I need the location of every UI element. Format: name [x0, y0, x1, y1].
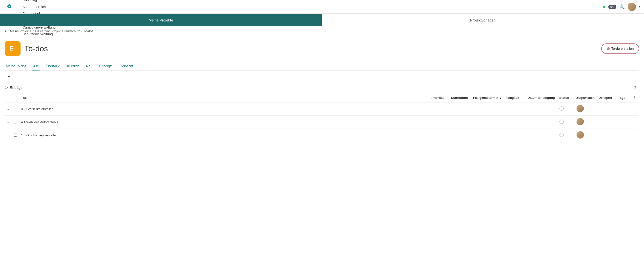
th-status[interactable]: Status [558, 93, 574, 102]
main-tab-meine-projekte[interactable]: Meine Projekte [0, 14, 322, 26]
row-assigned-2 [574, 129, 596, 142]
row-duedate-2 [471, 129, 504, 142]
row-status-2 [558, 129, 574, 142]
row-checkbox-0[interactable] [14, 107, 17, 110]
table-row: ⌄ 1.0 Grobkonzept erstellen ! ⋮ [5, 129, 639, 142]
page-header-left: E- To-dos [5, 41, 48, 56]
table-settings-button[interactable]: ⚙ [631, 84, 639, 91]
user-avatar[interactable] [628, 3, 636, 11]
th-tags-label: Tags [618, 96, 625, 100]
row-checkbox-1[interactable] [14, 120, 17, 124]
filter-tab-neu[interactable]: Neu [85, 62, 94, 70]
avatar-image [628, 3, 636, 11]
breadcrumb-sep-0: / [8, 29, 8, 33]
main-tabs: Meine ProjekteProjektvorlagen [0, 14, 644, 26]
row-check-1[interactable] [12, 116, 19, 129]
th-title[interactable]: Titel [19, 93, 430, 102]
main-tab-projektvorlagen[interactable]: Projektvorlagen [322, 14, 644, 26]
assigned-avatar-1 [576, 118, 584, 126]
logo[interactable] [4, 3, 15, 10]
row-actions-0[interactable]: ⋮ [631, 102, 639, 116]
th-overdue-label: Fälligkeit [506, 96, 519, 100]
status-indicator [603, 5, 605, 8]
row-actions-2[interactable]: ⋮ [631, 129, 639, 142]
row-completion-2 [526, 129, 558, 142]
row-tags-0 [616, 102, 631, 116]
row-checkbox-2[interactable] [14, 133, 17, 136]
expand-chevron-1[interactable]: ⌄ [7, 120, 10, 124]
th-startdate[interactable]: Startdatum [449, 93, 471, 102]
table-head: Titel Priorität Startdatum Fälligkeitste… [5, 93, 639, 102]
svg-point-0 [8, 5, 10, 7]
th-overdue[interactable]: Fälligkeit [504, 93, 526, 102]
status-circle-1 [560, 120, 564, 124]
row-actions-menu-2[interactable]: ⋮ [633, 133, 637, 138]
row-assigned-1 [574, 116, 596, 129]
project-icon: E- [5, 41, 20, 56]
th-delegated-label: Delegiert [598, 96, 612, 100]
table-row: ⌄ 4.1 Wahl des Autorentools ⋮ [5, 116, 639, 129]
nav-item-autorenbereich[interactable]: Autorenbereich [20, 3, 58, 10]
row-completion-1 [526, 116, 558, 129]
page-header: E- To-dos ⊕ To-do erstellen [5, 41, 639, 56]
table-row: ⌄ 3.3 Grafikliste erstellen ⋮ [5, 102, 639, 116]
row-check-0[interactable] [12, 102, 19, 116]
row-tags-2 [616, 129, 631, 142]
row-actions-menu-1[interactable]: ⋮ [633, 120, 637, 125]
filter-tab-alle[interactable]: Alle [32, 62, 40, 70]
row-check-2[interactable] [12, 129, 19, 142]
user-menu-chevron[interactable]: ▾ [639, 5, 640, 8]
row-actions-1[interactable]: ⋮ [631, 116, 639, 129]
row-priority-0 [430, 102, 449, 116]
filter-tab-erledigte[interactable]: Erledigte [98, 62, 114, 70]
th-priority-label: Priorität [432, 96, 444, 100]
row-assigned-0 [574, 102, 596, 116]
row-title-2[interactable]: 1.0 Grobkonzept erstellen [19, 129, 430, 142]
row-overdue-1 [504, 116, 526, 129]
filter-tab-meine-to-dos[interactable]: Meine To-dos [5, 62, 28, 70]
row-title-0[interactable]: 3.3 Grafikliste erstellen [19, 102, 430, 116]
assigned-avatar-2 [576, 131, 584, 138]
task-counter-badge[interactable]: 0/3 [608, 5, 616, 9]
priority-flag-icon: ! [432, 133, 432, 137]
th-delegated[interactable]: Delegiert [596, 93, 616, 102]
create-todo-button[interactable]: ⊕ To-do erstellen [601, 43, 639, 54]
row-delegated-2 [596, 129, 616, 142]
breadcrumb-back-button[interactable]: ‹ [5, 29, 6, 33]
row-expand-1[interactable]: ⌄ [5, 116, 12, 129]
filter-tab-gelöscht[interactable]: Gelöscht [118, 62, 134, 70]
th-tags[interactable]: Tags [616, 93, 631, 102]
th-duedate[interactable]: Fälligkeitstermin [471, 93, 504, 102]
th-expand [5, 93, 12, 102]
th-status-label: Status [560, 96, 569, 100]
row-actions-menu-0[interactable]: ⋮ [633, 107, 637, 112]
expand-chevron-0[interactable]: ⌄ [7, 107, 10, 111]
plus-icon: ⊕ [606, 46, 610, 51]
row-duedate-1 [471, 116, 504, 129]
create-todo-label: To-do erstellen [611, 47, 634, 50]
th-priority[interactable]: Priorität [430, 93, 449, 102]
row-duedate-0 [471, 102, 504, 116]
search-button[interactable]: 🔍 [619, 4, 625, 9]
nav-item-coaching[interactable]: Coaching [20, 0, 58, 3]
row-startdate-0 [449, 102, 471, 116]
th-assigned-label: Zugewiesen [576, 96, 594, 100]
filter-tab-ueberfällig[interactable]: Überfällig [45, 62, 61, 70]
th-actions-label: ⋮ [633, 96, 636, 100]
breadcrumb-my-projects[interactable]: Meine Projekte [10, 29, 31, 33]
row-expand-0[interactable]: ⌄ [5, 102, 12, 116]
breadcrumb-sep-1: / [33, 29, 34, 33]
gear-icon: ⚙ [634, 86, 636, 89]
expand-chevron-2[interactable]: ⌄ [7, 133, 10, 137]
th-completion-label: Datum Erledigung [528, 96, 555, 100]
th-assigned[interactable]: Zugewiesen [574, 93, 596, 102]
table-header-row: Titel Priorität Startdatum Fälligkeitste… [5, 93, 639, 102]
th-completion[interactable]: Datum Erledigung [526, 93, 558, 102]
filter-tab-kuerzlich[interactable]: Kürzlich [66, 62, 80, 70]
filter-dropdown-button[interactable]: ⌄ [5, 73, 13, 79]
row-expand-2[interactable]: ⌄ [5, 129, 12, 142]
breadcrumb-current: To-dos [84, 29, 93, 33]
th-startdate-label: Startdatum [451, 96, 468, 100]
row-title-1[interactable]: 4.1 Wahl des Autorentools [19, 116, 430, 129]
breadcrumb-project-name[interactable]: E-Learning Projekt Brandschutz [35, 29, 80, 33]
